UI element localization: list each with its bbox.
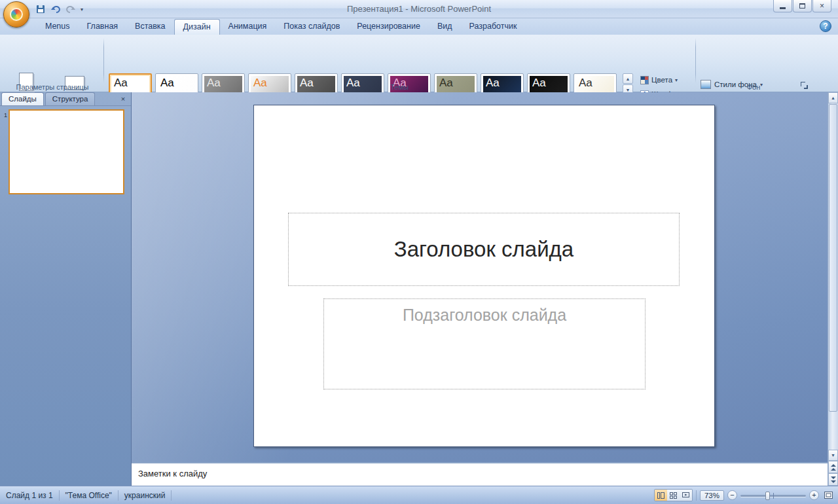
ribbon-tab-design[interactable]: Дизайн — [174, 19, 220, 35]
slideshow-icon — [682, 492, 689, 499]
double-down-icon — [831, 476, 836, 484]
ribbon: Параметры страницы Ориентация слайда ▾ П… — [0, 35, 838, 92]
redo-icon — [65, 4, 76, 14]
subtitle-placeholder[interactable]: Подзаголовок слайда — [323, 298, 646, 389]
double-up-icon — [831, 463, 836, 471]
close-button[interactable]: × — [812, 0, 831, 12]
vertical-scrollbar[interactable]: ▲ ▼ — [828, 92, 838, 486]
title-placeholder[interactable]: Заголовок слайда — [288, 213, 680, 286]
ribbon-tab-menus[interactable]: Menus — [37, 18, 79, 35]
slide-sorter-icon — [670, 492, 677, 499]
zoom-slider-center-tick — [773, 493, 774, 499]
notes-placeholder: Заметки к слайду — [138, 469, 207, 478]
ribbon-tab-developer[interactable]: Разработчик — [461, 18, 526, 35]
minimize-icon — [780, 7, 786, 9]
fit-to-window-icon — [824, 491, 833, 499]
slides-panel-tabs: Слайды Структура × — [0, 92, 131, 106]
window-title: Презентация1 - Microsoft PowerPoint — [0, 4, 838, 14]
normal-view-button[interactable] — [655, 490, 667, 501]
slide-thumbnail[interactable] — [9, 109, 124, 194]
office-logo-icon — [10, 8, 23, 21]
themes-group-label: Темы — [105, 83, 694, 91]
status-bar-right: 73% − + — [654, 489, 838, 501]
undo-icon — [50, 4, 61, 14]
previous-slide-button[interactable] — [828, 461, 838, 473]
close-panel-button[interactable]: × — [118, 94, 128, 103]
undo-button[interactable] — [49, 3, 62, 16]
window-controls: × — [773, 0, 831, 12]
help-button[interactable]: ? — [820, 20, 831, 32]
slide-number-label: 1 — [4, 112, 7, 118]
save-icon — [35, 4, 46, 14]
scroll-down-icon: ▼ — [831, 453, 835, 458]
maximize-button[interactable] — [793, 0, 812, 12]
close-icon: × — [820, 1, 824, 12]
ribbon-tab-home[interactable]: Главная — [79, 18, 127, 35]
ribbon-tab-review[interactable]: Рецензирование — [348, 18, 429, 35]
zoom-in-button[interactable]: + — [809, 490, 819, 500]
slides-panel: Слайды Структура × 1 — [0, 92, 132, 486]
scroll-down-button[interactable]: ▼ — [828, 450, 838, 461]
slide-editor: Заголовок слайда Подзаголовок слайда — [132, 92, 828, 462]
maximize-icon — [799, 3, 805, 9]
theme-name[interactable]: "Тема Office" — [60, 491, 118, 500]
tab-slides[interactable]: Слайды — [1, 92, 44, 105]
status-bar: Слайд 1 из 1 "Тема Office" украинский 73… — [0, 486, 838, 504]
page-setup-group-label: Параметры страницы — [4, 83, 101, 91]
divider — [171, 490, 172, 501]
close-icon: × — [121, 95, 125, 103]
fit-slide-to-window-button[interactable] — [822, 490, 834, 501]
zoom-slider-thumb[interactable] — [765, 492, 770, 500]
background-group-label: Фон — [698, 83, 809, 91]
slide-counter: Слайд 1 из 1 — [0, 491, 59, 500]
zoom-in-icon: + — [812, 491, 816, 499]
next-slide-button[interactable] — [828, 473, 838, 486]
divider — [696, 490, 697, 501]
scroll-up-icon: ▲ — [831, 96, 835, 100]
scroll-up-button[interactable]: ▲ — [828, 92, 838, 103]
scroll-up-icon: ▲ — [626, 77, 630, 81]
view-buttons — [654, 489, 693, 501]
quick-access-toolbar: ▾ — [34, 3, 84, 16]
customize-qat-dropdown[interactable]: ▾ — [79, 7, 84, 12]
ribbon-tab-animations[interactable]: Анимация — [220, 18, 276, 35]
normal-view-icon — [657, 492, 665, 499]
notes-pane[interactable]: Заметки к слайду — [132, 462, 828, 486]
powerpoint-window: ▾ Презентация1 - Microsoft PowerPoint × … — [0, 0, 838, 504]
group-separator — [695, 38, 696, 83]
office-button[interactable] — [3, 1, 29, 27]
slide-canvas[interactable]: Заголовок слайда Подзаголовок слайда — [253, 105, 715, 447]
save-button[interactable] — [34, 3, 47, 16]
zoom-level-button[interactable]: 73% — [700, 490, 724, 501]
ribbon-tab-insert[interactable]: Вставка — [126, 18, 173, 35]
zoom-out-icon: − — [730, 491, 734, 499]
scrollbar-track[interactable] — [828, 103, 838, 450]
zoom-slider[interactable] — [740, 491, 806, 500]
group-separator — [103, 38, 104, 83]
ribbon-tab-row: MenusГлавнаяВставкаДизайнАнимацияПоказ с… — [0, 18, 838, 35]
chevron-down-icon: ▾ — [675, 77, 678, 83]
scrollbar-thumb[interactable] — [829, 104, 837, 412]
gallery-scroll-up-button[interactable]: ▲ — [623, 73, 633, 84]
language-button[interactable]: украинский — [118, 491, 172, 500]
title-bar: ▾ Презентация1 - Microsoft PowerPoint × — [0, 0, 838, 18]
ribbon-tab-view[interactable]: Вид — [429, 18, 461, 35]
help-icon: ? — [823, 22, 828, 31]
slideshow-view-button[interactable] — [680, 490, 692, 501]
zoom-out-button[interactable]: − — [727, 490, 737, 500]
redo-button[interactable] — [64, 3, 77, 16]
ribbon-tab-slideshow[interactable]: Показ слайдов — [275, 18, 348, 35]
minimize-button[interactable] — [773, 0, 792, 12]
tab-outline[interactable]: Структура — [45, 92, 96, 105]
background-dialog-launcher-button[interactable] — [800, 81, 809, 90]
slide-sorter-view-button[interactable] — [667, 490, 680, 501]
